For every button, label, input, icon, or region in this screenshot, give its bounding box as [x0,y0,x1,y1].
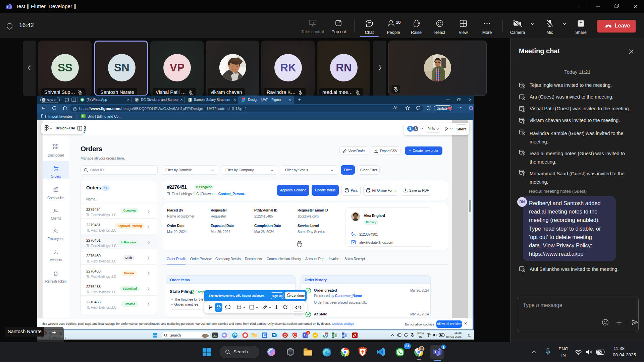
svg-text:X: X [332,334,334,337]
svg-text:T: T [7,5,9,9]
svg-text:T: T [434,350,436,354]
svg-text:X: X [188,99,190,101]
svg-text:T: T [304,334,305,336]
svg-text:10: 10 [396,20,400,25]
svg-text:W: W [342,334,345,337]
